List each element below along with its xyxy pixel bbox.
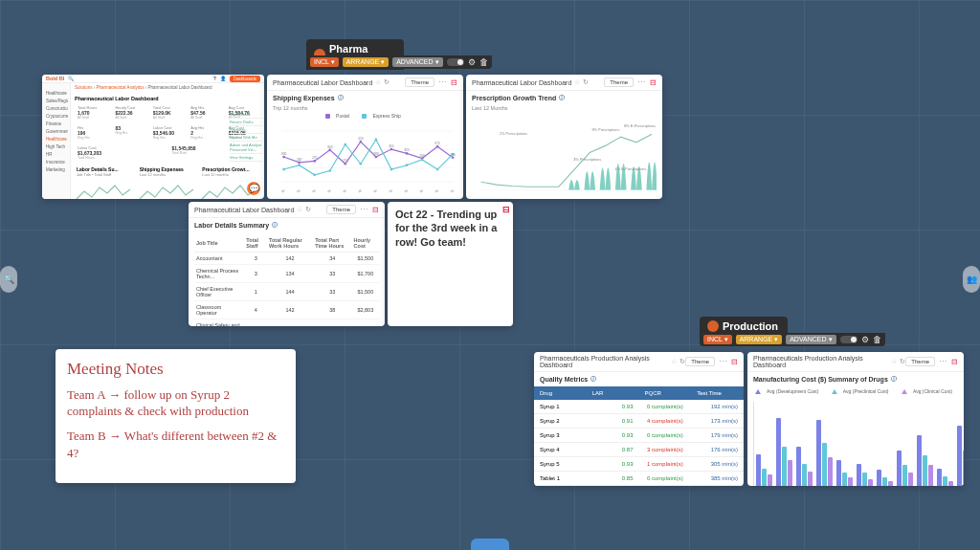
sidebar-item[interactable]: Healthcare	[44, 89, 68, 97]
right-tool-bubble[interactable]: 👥	[963, 266, 980, 293]
group-title: Production	[723, 320, 778, 332]
tag-advanced[interactable]: ADVANCED ▾	[786, 335, 835, 344]
svg-point-24	[406, 165, 409, 167]
sub-panels: Labor Details Su...Job Title • Total Sta…	[75, 165, 260, 199]
svg-text:lbl: lbl	[343, 188, 347, 193]
bottom-tray-handle[interactable]	[471, 539, 509, 550]
brand-logo: Bold BI	[46, 76, 64, 81]
search-icon[interactable]: 🔍	[68, 76, 74, 81]
chat-bubble-icon[interactable]: 💬	[247, 182, 260, 195]
dashboards-button[interactable]: Dashboards	[230, 76, 260, 82]
right-link-list[interactable]: DashboardsRecent DraftsFavoritesShared W…	[230, 111, 262, 162]
svg-point-18	[313, 174, 316, 177]
section-sub: Last 12 Months	[466, 105, 662, 113]
refresh-icon[interactable]: ↻	[305, 206, 311, 213]
trash-icon[interactable]: 🗑	[873, 335, 881, 344]
breadcrumb: Solutions › Pharmaceutical Analytics › P…	[71, 83, 216, 92]
info-icon[interactable]: ⓘ	[338, 94, 344, 102]
user-icon[interactable]: 👤	[220, 76, 226, 81]
toggle[interactable]	[447, 58, 464, 66]
sidebar-item[interactable]: Sales/Region	[44, 97, 68, 104]
theme-button[interactable]: Theme	[905, 357, 935, 366]
tag-advanced[interactable]: ADVANCED ▾	[392, 57, 442, 67]
more-icon[interactable]: ⋯	[360, 205, 368, 214]
close-icon[interactable]: ⊟	[951, 358, 958, 366]
star-icon[interactable]: ☆	[574, 78, 580, 86]
group-subheader-production[interactable]: INCL ▾ ARRANGE ▾ ADVANCED ▾ ⚙ 🗑	[700, 333, 885, 346]
svg-text:lbl: lbl	[419, 188, 424, 193]
more-icon[interactable]: ⋯	[438, 77, 447, 87]
sidebar-item[interactable]: Marketing	[44, 165, 68, 173]
card-quality[interactable]: Pharmaceuticals Production Analysis Dash…	[534, 352, 744, 486]
svg-text:300: 300	[373, 152, 379, 156]
gear-icon[interactable]: ⚙	[468, 57, 476, 67]
svg-text:260: 260	[297, 158, 302, 162]
more-icon[interactable]: ⋯	[719, 357, 727, 366]
sidebar-item[interactable]: High Tech	[44, 143, 68, 150]
meeting-title: Meeting Notes	[67, 359, 284, 381]
info-icon[interactable]: ⓘ	[590, 375, 596, 384]
svg-text:lbl: lbl	[450, 188, 455, 193]
svg-text:325: 325	[404, 149, 410, 153]
meeting-notes-card[interactable]: Meeting Notes Team A → follow up on Syru…	[56, 349, 296, 483]
svg-text:lbl: lbl	[389, 188, 393, 193]
info-icon[interactable]: ⓘ	[559, 94, 565, 102]
sticky-note[interactable]: ⊟ Oct 22 - Trending up for the 3rd week …	[388, 202, 513, 326]
sidebar-item[interactable]: HR	[44, 150, 68, 158]
card-growth[interactable]: Pharmaceutical Labor Dashboard☆↻ Theme⋯⊟…	[466, 75, 662, 199]
star-icon[interactable]: ☆	[891, 358, 897, 365]
sidebar-item[interactable]: Healthcare	[44, 135, 68, 143]
trash-icon[interactable]: 🗑	[479, 57, 488, 67]
close-icon[interactable]: ⊟	[502, 205, 510, 216]
info-icon[interactable]: ⓘ	[891, 375, 897, 384]
svg-text:lbl: lbl	[373, 188, 378, 193]
svg-text:3% Prescriptions: 3% Prescriptions	[573, 158, 601, 162]
svg-text:350: 350	[327, 145, 333, 149]
category-sidebar[interactable]: Healthcare Sales/Region Construction Cry…	[42, 83, 71, 199]
sidebar-item[interactable]: Government	[44, 127, 68, 135]
star-icon[interactable]: ☆	[671, 358, 677, 365]
close-icon[interactable]: ⊟	[650, 78, 657, 87]
svg-text:lbl: lbl	[327, 188, 332, 193]
sidebar-item[interactable]: Insurance	[44, 158, 68, 165]
star-icon[interactable]: ☆	[375, 78, 381, 86]
gear-icon[interactable]: ⚙	[861, 335, 869, 344]
info-icon[interactable]: ⓘ	[272, 221, 278, 230]
star-icon[interactable]: ☆	[297, 206, 302, 213]
card-labor-table[interactable]: Pharmaceutical Labor Dashboard☆↻ Theme⋯⊟…	[189, 202, 385, 326]
tag-incl[interactable]: INCL ▾	[703, 335, 732, 344]
card-shipping[interactable]: Pharmaceutical Labor Dashboard☆↻ Theme⋯⊟…	[267, 75, 463, 199]
toggle[interactable]	[840, 336, 858, 343]
card-mfg-cost[interactable]: Pharmaceuticals Production Analysis Dash…	[747, 352, 964, 486]
tag-arrange[interactable]: ARRANGE ▾	[736, 335, 783, 344]
bar-legend: Avg (Development Cost) Avg (Preclinical …	[747, 386, 964, 398]
left-tool-bubble[interactable]: 🔍	[0, 266, 17, 293]
svg-text:355: 355	[389, 144, 394, 148]
quality-table-header: DrugLARPQCRTest Time	[534, 386, 744, 400]
close-icon[interactable]: ⊟	[372, 206, 379, 214]
more-icon[interactable]: ⋯	[939, 357, 947, 366]
refresh-icon[interactable]: ↻	[384, 78, 390, 86]
more-icon[interactable]: ⋯	[637, 77, 646, 87]
theme-button[interactable]: Theme	[326, 205, 356, 214]
help-icon[interactable]: ?	[213, 76, 216, 81]
sidebar-item[interactable]: Finance	[44, 120, 68, 127]
svg-point-22	[375, 139, 378, 142]
close-icon[interactable]: ⊟	[451, 78, 457, 87]
sidebar-item[interactable]: Construction	[44, 104, 68, 112]
svg-text:9% Prescriptions: 9% Prescriptions	[591, 128, 619, 132]
group-subheader-pharma[interactable]: INCL ▾ ARRANGE ▾ ADVANCED ▾ ⚙ 🗑	[306, 55, 492, 69]
sidebar-item[interactable]: Cryptocurrency	[44, 112, 68, 120]
tag-incl[interactable]: INCL ▾	[310, 57, 339, 67]
tag-arrange[interactable]: ARRANGE ▾	[343, 57, 390, 67]
svg-point-19	[328, 169, 331, 172]
refresh-icon[interactable]: ↻	[583, 78, 589, 86]
theme-button[interactable]: Theme	[405, 77, 434, 87]
sticky-text: Oct 22 - Trending up for the 3rd week in…	[395, 209, 497, 248]
close-icon[interactable]: ⊟	[731, 358, 738, 366]
card-overview[interactable]: Bold BI 🔍 ? 👤 Dashboards Healthcare Sale…	[42, 75, 264, 199]
svg-point-16	[282, 168, 285, 171]
theme-button[interactable]: Theme	[604, 77, 634, 87]
svg-text:lbl: lbl	[434, 188, 439, 193]
theme-button[interactable]: Theme	[685, 357, 715, 366]
